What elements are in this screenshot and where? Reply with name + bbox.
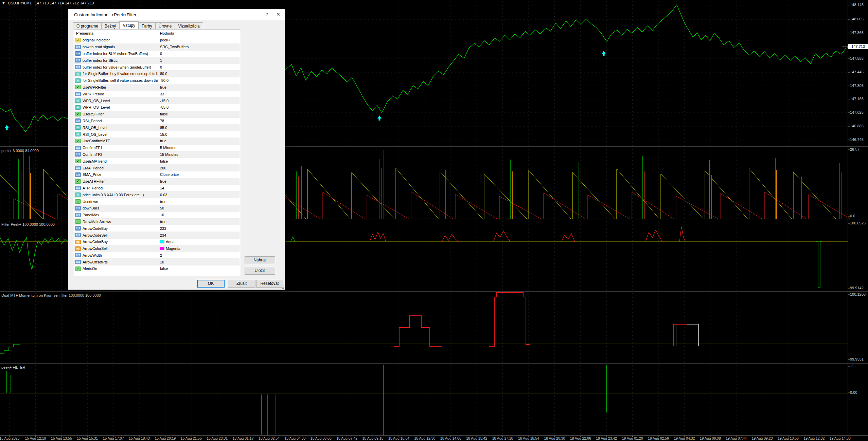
time-axis-label: 18 Aug 02:54 [259,436,280,440]
param-row[interactable]: ✓UseConfirmMTFtrue [74,138,240,145]
time-axis-label: 18 Aug 22:06 [570,436,591,440]
param-value[interactable]: 10 [160,213,164,217]
param-value[interactable]: Aqua [166,240,175,244]
param-value[interactable]: 78 [160,119,164,123]
param-row[interactable]: 123buffer index for SELL1 [74,57,240,64]
param-value[interactable]: 85.0 [160,126,167,130]
param-row[interactable]: 123ConfirmTF215 Minutes [74,151,240,158]
param-value[interactable]: 5 Minutes [160,146,176,150]
tab-vstupy[interactable]: Vstupy [119,21,139,29]
param-row[interactable]: ✓UseWPRFiltertrue [74,84,240,91]
zru-i--button[interactable]: Zrušiť [228,280,255,288]
param-row[interactable]: 123downBars50 [74,205,240,212]
scale-tick-label: 0.0 [850,214,855,218]
param-value[interactable]: true [160,179,166,183]
ok-button[interactable]: OK [197,280,225,288]
param-value[interactable]: 0.03 [160,193,167,197]
param-value[interactable]: 234 [160,233,166,237]
param-value[interactable]: SRC_TwoBuffers [160,45,189,49]
param-value[interactable]: 10 [160,260,164,264]
ulo-i--button[interactable]: Uložiť [245,267,275,275]
param-row[interactable]: 123how to read signalsSRC_TwoBuffers [74,44,240,51]
param-value[interactable]: false [160,112,168,116]
mt-terminal-window: ▼ USDJPY#,M1 147.713 147.714 147.712 147… [0,0,868,441]
param-value[interactable]: -80.0 [160,78,169,82]
nahra--button[interactable]: Nahrať [245,256,275,264]
param-row[interactable]: 123EMA_Period200 [74,165,240,171]
resize-grip[interactable] [281,286,284,289]
param-name: PanelMax [83,213,99,217]
param-name: ArrowColorSell [83,246,107,251]
param-row[interactable]: 123ATR_Period14 [74,185,240,192]
param-value[interactable]: true [160,139,166,143]
param-row[interactable]: ½WPR_OS_Level-85.0 [74,104,240,111]
color-param-icon [75,246,81,251]
param-value[interactable]: false [160,267,168,271]
tab-o-programe[interactable]: O programe [73,22,102,29]
param-row[interactable]: ½for SingleBuffer: sell if value crosses… [74,77,240,84]
help-icon[interactable]: ? [262,9,272,19]
param-value[interactable]: true [160,220,166,224]
chart-symbol-label[interactable]: ▼ USDJPY#,M1 147.713 147.714 147.712 147… [2,1,94,5]
param-row[interactable]: 123RSI_Period78 [74,118,240,125]
param-row[interactable]: 123buffer index for value (when SingleBu… [74,64,240,71]
param-value[interactable]: -15.0 [160,99,169,103]
param-value[interactable]: 2 [160,253,162,257]
param-row[interactable]: ½RSI_OS_Level15.0 [74,131,240,138]
param-row[interactable]: 123PanelMax10 [74,212,240,219]
param-value[interactable]: -85.0 [160,105,169,109]
param-value[interactable]: 233 [160,226,166,231]
param-row[interactable]: aboriginal indicatorpeek+ [74,37,240,44]
param-name: RSI_OS_Level [83,132,107,136]
param-row[interactable]: ½for SingleBuffer: buy if value crosses … [74,71,240,77]
param-value[interactable]: Close price [160,172,179,177]
param-row[interactable]: ArrowColorSellMagenta [74,245,240,252]
time-axis[interactable]: 15 Aug 202515 Aug 12:1915 Aug 13:5515 Au… [0,436,868,441]
double-param-icon: ½ [75,132,81,136]
param-value[interactable]: true [160,85,166,89]
param-value[interactable]: 50 [160,206,164,210]
param-value[interactable]: true [160,200,166,204]
param-value[interactable]: peek+ [160,38,170,42]
param-value[interactable]: 15 Minutes [160,152,178,157]
symbol-dropdown-icon[interactable]: ▼ [2,1,5,5]
param-row[interactable]: 123ArrowCodeBuy233 [74,225,240,232]
param-value[interactable]: 80.0 [160,72,167,76]
param-value[interactable]: 14 [160,186,164,190]
dialog-titlebar[interactable]: Custom Indicator - +Peek+Filter ? ✕ [68,9,285,20]
param-value[interactable]: 0 [160,65,162,69]
param-value[interactable]: 0 [160,52,162,56]
resetova--button[interactable]: Resetovať [256,280,283,288]
tab-farby[interactable]: Farby [139,22,156,29]
param-value[interactable]: 200 [160,166,166,170]
param-row[interactable]: 123EMA_PriceClose price [74,171,240,178]
scale-tick-label: 147.305 [850,84,864,88]
param-row[interactable]: 123ArrowCodeSell234 [74,232,240,239]
param-value[interactable]: 33 [160,92,164,96]
param-row[interactable]: 123ConfirmTF15 Minutes [74,145,240,151]
param-value[interactable]: false [160,159,168,163]
close-icon[interactable]: ✕ [273,9,283,19]
param-row[interactable]: 123ArrowOffsetPts10 [74,259,240,265]
param-row[interactable]: ✓DrawMainArrowstrue [74,219,240,225]
tab-be-n-[interactable]: Bežný [102,22,119,29]
param-row[interactable]: 123WPR_Period33 [74,91,240,97]
param-value[interactable]: Magenta [166,246,180,251]
param-row[interactable]: 123ArrowWidth2 [74,252,240,259]
param-row[interactable]: ✓UseATRFiltertrue [74,178,240,185]
panel-label-dualmtf: Dual-MTF Momentum on Kijun-sen filter 10… [1,293,101,297]
param-row[interactable]: ½WPR_OB_Level-15.0 [74,97,240,104]
param-row[interactable]: 123buffer index for BUY (when TwoBuffers… [74,51,240,57]
param-row[interactable]: ArrowColorBuyAqua [74,239,240,245]
param-row[interactable]: ✓AlertsOnfalse [74,265,240,272]
tab-vizualiz-cia[interactable]: Vizualizácia [175,22,203,29]
param-value[interactable]: 15.0 [160,132,167,136]
param-row[interactable]: ½price units 0.3 XAU 0.03 Forex etc...)0… [74,191,240,198]
param-row[interactable]: ✓UseRSIFilterfalse [74,111,240,118]
param-row[interactable]: ½RSI_OB_Level85.0 [74,124,240,131]
time-axis-label: 19 Aug 01:20 [622,436,643,440]
param-value[interactable]: 1 [160,58,162,62]
param-row[interactable]: ✓UseEMATrendfalse [74,158,240,165]
tab--rovne[interactable]: Úrovne [156,22,175,29]
param-row[interactable]: ✓Usedowntrue [74,198,240,205]
